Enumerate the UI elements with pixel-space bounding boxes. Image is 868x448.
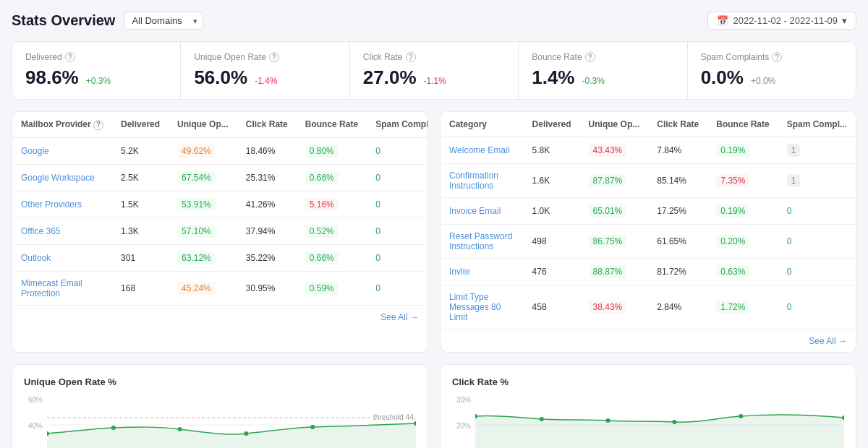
provider-name: Outlook: [12, 244, 112, 271]
bounce-rate-cell: 0.66%: [297, 164, 367, 191]
open-rate-svg: threshold 44.80%: [47, 396, 416, 448]
click-rate-cell: 7.84%: [648, 137, 707, 164]
svg-point-9: [310, 425, 315, 429]
spam-cell: 0: [367, 271, 428, 305]
provider-name: Office 365: [12, 217, 112, 244]
col-header-bounce-rate: Bounce Rate: [707, 112, 778, 137]
category-link[interactable]: Confirmation Instructions: [449, 171, 498, 191]
provider-link[interactable]: Mimecast Email Protection: [21, 278, 82, 298]
delivered-cell: 458: [524, 285, 580, 329]
provider-link[interactable]: Office 365: [21, 226, 60, 236]
domain-select-wrapper: All Domains ▾: [124, 12, 203, 30]
svg-point-7: [178, 427, 182, 431]
info-icon[interactable]: ?: [93, 120, 103, 130]
info-icon[interactable]: ?: [269, 52, 279, 62]
table-row: Limit Type Messages 80 Limit 458 38.43% …: [441, 285, 856, 329]
stat-card-click-rate: Click Rate ? 27.0% -1.1%: [350, 42, 519, 99]
mailbox-see-all-link[interactable]: See All →: [380, 312, 419, 322]
chevron-down-icon: ▾: [842, 15, 847, 26]
table-row: Mimecast Email Protection 168 45.24% 30.…: [12, 271, 428, 305]
calendar-icon: 📅: [717, 15, 728, 26]
spam-cell: 0: [367, 137, 428, 164]
mailbox-provider-table: Mailbox Provider ? Delivered Unique Op..…: [12, 112, 428, 305]
stat-card-open-rate: Unique Open Rate ? 56.0% -1.4%: [181, 42, 349, 99]
category-name: Welcome Email: [441, 137, 524, 164]
col-header-bounce-rate: Bounce Rate: [297, 112, 367, 137]
provider-link[interactable]: Outlook: [21, 253, 51, 263]
stat-label-spam: Spam Complaints ?: [701, 52, 843, 62]
delivered-cell: 5.2K: [112, 137, 169, 164]
svg-point-16: [540, 417, 544, 421]
category-see-all-link[interactable]: See All →: [809, 336, 847, 346]
spam-cell: 0: [367, 244, 428, 271]
provider-name: Mimecast Email Protection: [12, 271, 112, 305]
click-rate-cell: 30.95%: [237, 271, 297, 305]
unique-open-cell: 38.43%: [580, 285, 649, 329]
stat-value-click-rate: 27.0%: [363, 66, 417, 89]
svg-point-8: [244, 431, 248, 436]
info-icon[interactable]: ?: [65, 52, 75, 62]
category-name: Confirmation Instructions: [441, 164, 524, 198]
page: Stats Overview All Domains ▾ 📅 2022-11-0…: [0, 0, 868, 448]
stat-label-open-rate: Unique Open Rate ?: [194, 52, 336, 62]
stats-cards: Delivered ? 98.6% +0.3% Unique Open Rate…: [12, 41, 856, 100]
category-link[interactable]: Invoice Email: [449, 206, 501, 216]
category-name: Limit Type Messages 80 Limit: [441, 285, 524, 329]
info-icon[interactable]: ?: [585, 52, 595, 62]
category-link[interactable]: Welcome Email: [449, 145, 509, 155]
info-icon[interactable]: ?: [772, 52, 782, 62]
provider-link[interactable]: Other Providers: [21, 199, 82, 210]
bounce-rate-cell: 0.63%: [707, 259, 778, 285]
info-icon[interactable]: ?: [406, 52, 416, 62]
bounce-rate-cell: 0.80%: [297, 137, 367, 164]
bounce-rate-cell: 0.52%: [297, 217, 367, 244]
delivered-cell: 1.3K: [112, 217, 169, 244]
category-link[interactable]: Reset Password Instructions: [449, 231, 512, 251]
open-rate-chart-wrapper: 60% 40% 20% 0% threshold 44.80%: [24, 396, 416, 448]
bounce-rate-cell: 0.20%: [707, 225, 778, 259]
provider-name: Google: [12, 137, 112, 164]
col-header-unique-open: Unique Op...: [580, 112, 649, 137]
category-table: Category Delivered Unique Op... Click Ra…: [441, 112, 856, 329]
domain-select[interactable]: All Domains: [124, 12, 203, 30]
stat-card-delivered: Delivered ? 98.6% +0.3%: [12, 42, 181, 99]
bounce-rate-cell: 7.35%: [707, 164, 778, 198]
svg-point-18: [672, 420, 676, 424]
provider-link[interactable]: Google Workspace: [21, 173, 95, 183]
unique-open-cell: 57.10%: [169, 217, 237, 244]
open-rate-chart-panel: Unique Open Rate % 60% 40% 20% 0%: [12, 364, 428, 448]
stat-value-bounce-rate: 1.4%: [532, 66, 574, 89]
bounce-rate-cell: 5.16%: [297, 191, 367, 217]
mailbox-provider-table-panel: Mailbox Provider ? Delivered Unique Op..…: [12, 111, 428, 353]
category-link[interactable]: Limit Type Messages 80 Limit: [449, 292, 501, 322]
click-rate-cell: 17.25%: [648, 198, 707, 225]
unique-open-cell: 45.24%: [169, 271, 237, 305]
delivered-cell: 498: [524, 225, 580, 259]
stat-change-open-rate: -1.4%: [255, 76, 277, 86]
click-rate-svg: [475, 396, 844, 448]
header-left: Stats Overview All Domains ▾: [12, 12, 203, 30]
category-link[interactable]: Invite: [449, 267, 470, 277]
click-rate-cell: 25.31%: [237, 164, 297, 191]
click-rate-cell: 35.22%: [237, 244, 297, 271]
table-row: Invite 476 88.87% 81.72% 0.63% 0: [441, 259, 856, 285]
stat-label-bounce-rate: Bounce Rate ?: [532, 52, 673, 62]
provider-link[interactable]: Google: [21, 146, 49, 156]
bounce-rate-cell: 1.72%: [707, 285, 778, 329]
stat-change-click-rate: -1.1%: [424, 76, 446, 86]
click-rate-cell: 61.65%: [648, 225, 707, 259]
open-rate-y-axis: 60% 40% 20% 0%: [24, 396, 47, 448]
unique-open-cell: 43.43%: [580, 137, 649, 164]
date-range-picker[interactable]: 📅 2022-11-02 - 2022-11-09 ▾: [707, 12, 856, 30]
spam-cell: 0: [778, 259, 856, 285]
bounce-rate-cell: 0.19%: [707, 198, 778, 225]
unique-open-cell: 63.12%: [169, 244, 237, 271]
date-range-label: 2022-11-02 - 2022-11-09: [733, 15, 838, 26]
col-header-unique-open: Unique Op...: [169, 112, 237, 137]
unique-open-cell: 87.87%: [580, 164, 649, 198]
col-header-delivered: Delivered: [112, 112, 169, 137]
category-name: Reset Password Instructions: [441, 225, 524, 259]
bounce-rate-cell: 0.19%: [707, 137, 778, 164]
spam-cell: 0: [367, 217, 428, 244]
category-name: Invite: [441, 259, 524, 285]
